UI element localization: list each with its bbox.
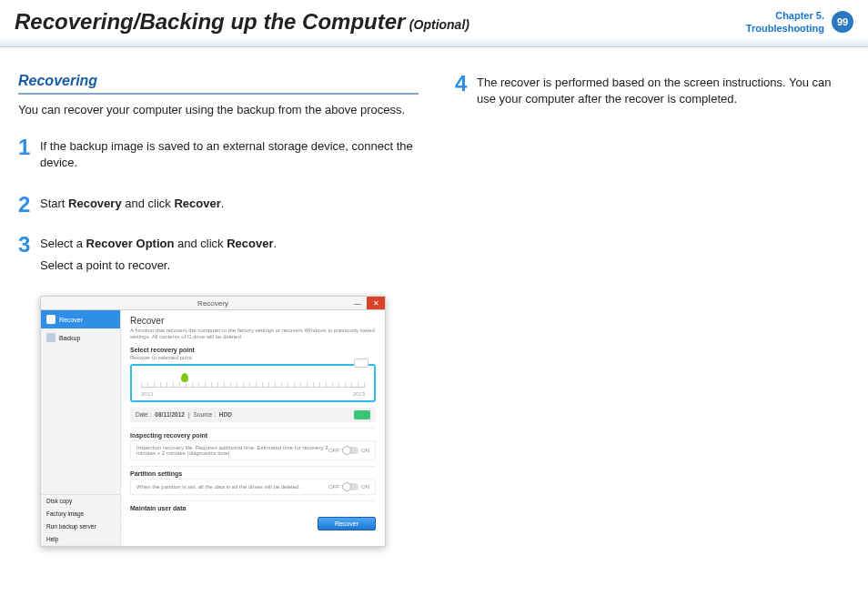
inspect-text: Inspection recovery file. Requires addit… bbox=[136, 445, 328, 456]
sidebar-bottom-group: Disk copy Factory image Run backup serve… bbox=[41, 494, 120, 546]
window-controls: — ✕ bbox=[348, 297, 385, 309]
close-button[interactable]: ✕ bbox=[367, 297, 385, 309]
label-maintain: Maintain user data bbox=[130, 500, 376, 511]
label-select-point: Select recovery point bbox=[130, 347, 376, 353]
timeline-box[interactable]: 2012 2013 bbox=[130, 364, 376, 402]
right-column: 4 The recover is performed based on the … bbox=[455, 73, 850, 547]
recover-button[interactable]: Recover bbox=[318, 517, 376, 530]
step-3-text-a: Select a Recover Option and click Recove… bbox=[40, 236, 277, 252]
step-4-number: 4 bbox=[455, 73, 477, 113]
recovery-window-title: Recovery bbox=[197, 299, 228, 308]
timeline-pin-icon[interactable] bbox=[181, 373, 188, 382]
sidebar-item-help[interactable]: Help bbox=[41, 533, 120, 546]
step-1-number: 1 bbox=[18, 136, 40, 177]
step-4-text: The recover is performed based on the sc… bbox=[477, 75, 850, 107]
meta-row: Date : 08/11/2012 | Source : HDD bbox=[130, 408, 376, 422]
step-3-body: Select a Recover Option and click Recove… bbox=[40, 234, 277, 279]
step-1-body: If the backup image is saved to an exter… bbox=[40, 136, 419, 177]
meta-source-label: Source : bbox=[194, 411, 216, 418]
timeline-track[interactable] bbox=[141, 382, 365, 388]
sidebar-item-recover[interactable]: Recover bbox=[41, 310, 120, 328]
step-3-number: 3 bbox=[18, 234, 40, 279]
step-2-number: 2 bbox=[18, 194, 40, 217]
recovery-main-heading: Recover bbox=[130, 316, 376, 326]
page-header: Recovering/Backing up the Computer (Opti… bbox=[0, 0, 868, 47]
left-column: Recovering You can recover your computer… bbox=[18, 73, 419, 547]
meta-date-label: Date : bbox=[136, 411, 151, 418]
partition-row: When the partition is set, all the data … bbox=[130, 479, 376, 495]
recover-icon bbox=[46, 315, 56, 324]
minimize-button[interactable]: — bbox=[348, 297, 367, 309]
section-intro: You can recover your computer using the … bbox=[18, 102, 419, 118]
drive-button[interactable] bbox=[354, 410, 370, 419]
label-inspect: Inspecting recovery point bbox=[130, 428, 376, 439]
timeline-years: 2012 2013 bbox=[141, 391, 365, 397]
step-3-text-b: Select a point to recover. bbox=[40, 258, 277, 274]
refresh-icon[interactable] bbox=[354, 358, 368, 368]
chapter-line2: Troubleshooting bbox=[746, 22, 824, 35]
page-title-main: Recovering/Backing up the Computer bbox=[15, 9, 405, 34]
sidebar-item-runserver[interactable]: Run backup server bbox=[41, 520, 120, 533]
sidebar-item-diskcopy[interactable]: Disk copy bbox=[41, 495, 120, 508]
recovery-titlebar: Recovery — ✕ bbox=[40, 296, 386, 310]
step-2: 2 Start Recovery and click Recover. bbox=[18, 194, 419, 217]
inspect-toggle[interactable]: OFF ON bbox=[328, 447, 369, 454]
meta-source-value: HDD bbox=[219, 411, 232, 418]
step-4-body: The recover is performed based on the sc… bbox=[477, 73, 850, 113]
chapter-block: Chapter 5. Troubleshooting 99 bbox=[746, 9, 853, 35]
toggle-switch-icon[interactable] bbox=[342, 447, 358, 454]
step-3: 3 Select a Recover Option and click Reco… bbox=[18, 234, 419, 279]
step-2-text: Start Recovery and click Recover. bbox=[40, 196, 224, 212]
step-2-body: Start Recovery and click Recover. bbox=[40, 194, 224, 217]
page-title-optional: (Optional) bbox=[409, 17, 469, 32]
backup-icon bbox=[46, 333, 56, 342]
inspect-row: Inspection recovery file. Requires addit… bbox=[130, 440, 376, 460]
partition-toggle[interactable]: OFF ON bbox=[328, 483, 369, 490]
text-recover-to: Recover to selected point. bbox=[130, 355, 376, 360]
partition-text: When the partition is set, all the data … bbox=[136, 484, 300, 490]
timeline-year-a: 2012 bbox=[141, 391, 153, 397]
recovery-window: Recovery — ✕ Recover Backup Disk copy Fa… bbox=[40, 296, 386, 547]
step-4: 4 The recover is performed based on the … bbox=[455, 73, 850, 113]
recovery-body: Recover Backup Disk copy Factory image R… bbox=[40, 310, 386, 547]
chapter-text: Chapter 5. Troubleshooting bbox=[746, 9, 824, 35]
label-partition: Partition settings bbox=[130, 466, 376, 477]
content-columns: Recovering You can recover your computer… bbox=[0, 47, 868, 547]
page-number-badge: 99 bbox=[832, 11, 853, 33]
chapter-line1: Chapter 5. bbox=[746, 9, 824, 22]
recovery-main-sub: A function that recovers the computer to… bbox=[130, 328, 376, 340]
toggle-switch-icon[interactable] bbox=[342, 483, 358, 490]
sidebar-item-factory[interactable]: Factory image bbox=[41, 508, 120, 520]
section-heading: Recovering bbox=[18, 73, 419, 95]
step-1-text: If the backup image is saved to an exter… bbox=[40, 138, 419, 171]
timeline-year-b: 2013 bbox=[353, 391, 365, 397]
meta-date-value: 08/11/2012 bbox=[155, 411, 185, 418]
sidebar-item-backup[interactable]: Backup bbox=[41, 328, 120, 347]
recovery-footer: Recover bbox=[130, 513, 376, 530]
recovery-sidebar: Recover Backup Disk copy Factory image R… bbox=[41, 310, 121, 546]
step-1: 1 If the backup image is saved to an ext… bbox=[18, 136, 419, 177]
recovery-main-panel: Recover A function that recovers the com… bbox=[121, 310, 385, 546]
